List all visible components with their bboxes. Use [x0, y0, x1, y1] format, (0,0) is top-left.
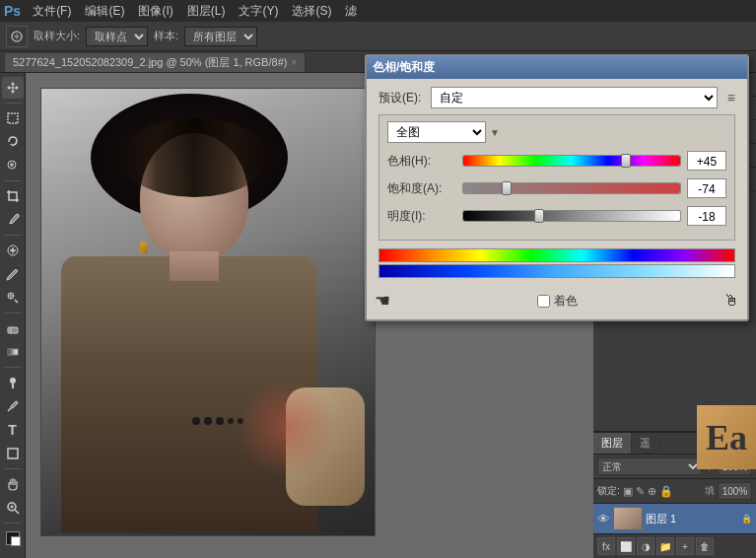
- gradient-tool[interactable]: [2, 341, 24, 363]
- move-tool[interactable]: [2, 77, 24, 99]
- saturation-label: 饱和度(A):: [387, 180, 456, 197]
- hue-slider-fill: [463, 156, 680, 166]
- layer-bottom-bar: fx ⬜ ◑ 📁 + 🗑: [593, 533, 756, 558]
- hue-label: 色相(H):: [387, 153, 456, 170]
- channel-select[interactable]: 全图: [387, 121, 486, 143]
- layer-item[interactable]: 👁 图层 1 🔒: [593, 504, 756, 533]
- document-tab[interactable]: 5277624_152052082309_2.jpg @ 50% (图层 1, …: [4, 52, 306, 72]
- clone-tool[interactable]: [2, 287, 24, 309]
- shape-tool[interactable]: [2, 443, 24, 464]
- layer-name: 图层 1: [646, 512, 738, 526]
- lightness-label: 明度(I):: [387, 208, 456, 225]
- pointer-tool-icon[interactable]: ☚: [375, 290, 390, 312]
- color-bars: [378, 248, 735, 278]
- lightness-slider-track[interactable]: [462, 210, 681, 222]
- layer-mode-select[interactable]: 正常: [597, 457, 702, 475]
- lightness-slider-thumb[interactable]: [534, 209, 544, 223]
- hand-tool[interactable]: [2, 473, 24, 495]
- dialog-titlebar[interactable]: 色相/饱和度: [367, 56, 747, 79]
- crop-tool[interactable]: [2, 185, 24, 207]
- menu-file[interactable]: 文件(F): [27, 1, 77, 22]
- delete-layer-button[interactable]: 🗑: [696, 537, 714, 555]
- foreground-color[interactable]: [2, 527, 24, 549]
- menu-layer[interactable]: 图层(L): [181, 1, 232, 22]
- dodge-tool[interactable]: [2, 372, 24, 393]
- lasso-tool[interactable]: [2, 131, 24, 153]
- neck-shape: [170, 251, 219, 281]
- hue-saturation-dialog: 色相/饱和度 预设(E): 自定 ≡ 全图 ▼ 色相(H):: [365, 54, 749, 321]
- lock-pixels-btn[interactable]: ✎: [636, 485, 645, 498]
- svg-line-19: [15, 510, 19, 514]
- dialog-left-icons: ☚: [375, 290, 390, 312]
- earring: [140, 242, 148, 253]
- sat-slider-fill: [463, 183, 680, 193]
- tool-divider-7: [4, 523, 22, 523]
- eraser-tool[interactable]: [2, 317, 24, 339]
- dialog-title: 色相/饱和度: [373, 59, 435, 76]
- channel-select-row: 全图 ▼: [387, 121, 726, 143]
- lock-transparent-btn[interactable]: ▣: [623, 485, 633, 498]
- hue-slider-track[interactable]: [462, 155, 681, 167]
- hue-slider-row: 色相(H): +45: [387, 151, 726, 171]
- menu-image[interactable]: 图像(I): [132, 1, 178, 22]
- quick-select-tool[interactable]: [2, 155, 24, 176]
- svg-point-15: [10, 378, 16, 384]
- marquee-tool[interactable]: [2, 107, 24, 129]
- menu-filter[interactable]: 滤: [339, 1, 363, 22]
- fill-input[interactable]: [718, 482, 752, 500]
- light-slider-fill: [463, 211, 680, 221]
- preset-row: 预设(E): 自定 ≡: [378, 87, 735, 108]
- colorize-checkbox[interactable]: [537, 295, 550, 308]
- layers-tab[interactable]: 图层: [593, 433, 632, 453]
- eyedropper-dialog-icon[interactable]: 🖱: [723, 292, 739, 310]
- lock-all-btn[interactable]: 🔒: [659, 485, 673, 498]
- left-toolbar: T: [0, 73, 26, 558]
- eyedropper-tool[interactable]: [2, 209, 24, 231]
- lock-position-btn[interactable]: ⊕: [648, 485, 656, 498]
- sample-size-select[interactable]: 取样点: [86, 27, 148, 46]
- healing-tool[interactable]: [2, 240, 24, 261]
- dialog-content: 预设(E): 自定 ≡ 全图 ▼ 色相(H):: [367, 79, 747, 286]
- adjustment-button[interactable]: ◑: [637, 537, 654, 555]
- colorize-checkbox-area: 着色: [537, 293, 578, 310]
- group-button[interactable]: 📁: [656, 537, 674, 555]
- menu-select[interactable]: 选择(S): [286, 1, 337, 22]
- fill-label: 填: [705, 484, 715, 498]
- layer-visibility-icon[interactable]: 👁: [597, 512, 610, 526]
- ps-logo: Ps: [4, 3, 21, 19]
- zoom-tool[interactable]: [2, 497, 24, 519]
- channels-tab[interactable]: 遥: [632, 433, 659, 453]
- svg-rect-3: [8, 113, 18, 123]
- hue-slider-thumb[interactable]: [621, 154, 631, 168]
- canvas-frame: [40, 88, 376, 536]
- braid-detail: [120, 118, 268, 197]
- svg-rect-17: [8, 449, 18, 458]
- layer-lock-icon: 🔒: [741, 514, 752, 523]
- colorize-label: 着色: [554, 293, 578, 310]
- channel-frame: 全图 ▼ 色相(H): +45 饱和度(A):: [378, 114, 735, 241]
- lightness-value[interactable]: -18: [687, 206, 726, 226]
- saturation-slider-track[interactable]: [462, 182, 681, 194]
- preset-menu-icon[interactable]: ≡: [727, 90, 735, 105]
- rainbow-bar: [378, 248, 735, 262]
- toolbar: 取样大小: 取样点 样本: 所有图层: [0, 22, 756, 51]
- lightness-slider-row: 明度(I): -18: [387, 206, 726, 226]
- svg-point-5: [10, 163, 14, 167]
- preset-select[interactable]: 自定: [431, 87, 717, 108]
- menu-edit[interactable]: 编辑(E): [79, 1, 130, 22]
- brush-tool[interactable]: [2, 263, 24, 285]
- saturation-slider-thumb[interactable]: [502, 181, 512, 195]
- tool-divider-1: [4, 103, 22, 104]
- text-tool[interactable]: T: [2, 419, 24, 441]
- hue-value[interactable]: +45: [687, 151, 726, 171]
- new-layer-button[interactable]: +: [676, 537, 694, 555]
- blue-bar: [378, 264, 735, 278]
- fx-button[interactable]: fx: [597, 537, 615, 555]
- pen-tool[interactable]: [2, 395, 24, 417]
- saturation-value[interactable]: -74: [687, 178, 726, 198]
- menu-text[interactable]: 文字(Y): [233, 1, 284, 22]
- add-mask-button[interactable]: ⬜: [617, 537, 635, 555]
- svg-rect-12: [8, 327, 18, 333]
- sample-value-select[interactable]: 所有图层: [184, 27, 257, 46]
- tab-close-button[interactable]: ×: [291, 57, 297, 68]
